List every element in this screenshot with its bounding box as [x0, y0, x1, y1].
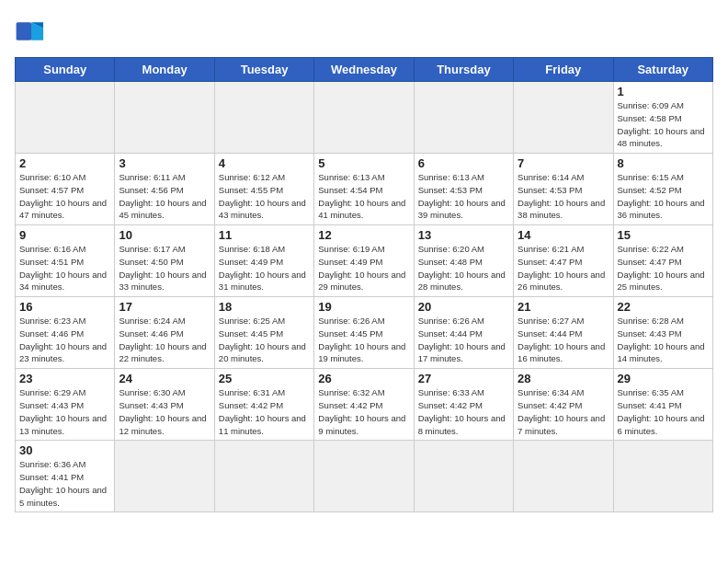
- calendar-cell: 16Sunrise: 6:23 AM Sunset: 4:46 PM Dayli…: [16, 297, 115, 369]
- day-number: 7: [518, 156, 609, 170]
- day-info: Sunrise: 6:11 AM Sunset: 4:56 PM Dayligh…: [119, 171, 210, 222]
- day-number: 16: [19, 300, 110, 314]
- day-number: 8: [618, 156, 709, 170]
- calendar-cell: 1Sunrise: 6:09 AM Sunset: 4:58 PM Daylig…: [613, 82, 712, 154]
- day-info: Sunrise: 6:10 AM Sunset: 4:57 PM Dayligh…: [19, 171, 110, 222]
- day-info: Sunrise: 6:18 AM Sunset: 4:49 PM Dayligh…: [219, 243, 310, 293]
- day-number: 10: [119, 228, 210, 242]
- day-number: 17: [119, 300, 210, 314]
- calendar-cell: 3Sunrise: 6:11 AM Sunset: 4:56 PM Daylig…: [115, 154, 214, 225]
- day-number: 5: [318, 156, 409, 170]
- day-number: 25: [219, 372, 310, 385]
- day-number: 22: [618, 300, 709, 314]
- calendar-cell: [314, 441, 414, 512]
- calendar-cell: [16, 82, 115, 154]
- day-info: Sunrise: 6:26 AM Sunset: 4:44 PM Dayligh…: [418, 315, 509, 365]
- calendar-cell: 15Sunrise: 6:22 AM Sunset: 4:47 PM Dayli…: [613, 225, 712, 297]
- day-info: Sunrise: 6:30 AM Sunset: 4:43 PM Dayligh…: [119, 386, 210, 437]
- day-info: Sunrise: 6:20 AM Sunset: 4:48 PM Dayligh…: [418, 243, 509, 293]
- day-info: Sunrise: 6:33 AM Sunset: 4:42 PM Dayligh…: [418, 386, 509, 437]
- day-info: Sunrise: 6:12 AM Sunset: 4:55 PM Dayligh…: [219, 171, 310, 222]
- calendar-cell: [514, 82, 613, 154]
- day-number: 11: [219, 228, 310, 242]
- calendar-cell: 12Sunrise: 6:19 AM Sunset: 4:49 PM Dayli…: [314, 225, 414, 297]
- calendar-week-row: 16Sunrise: 6:23 AM Sunset: 4:46 PM Dayli…: [16, 297, 713, 369]
- day-header-saturday: Saturday: [613, 58, 712, 82]
- calendar-body: 1Sunrise: 6:09 AM Sunset: 4:58 PM Daylig…: [16, 82, 713, 512]
- day-number: 29: [618, 372, 709, 385]
- calendar-cell: 24Sunrise: 6:30 AM Sunset: 4:43 PM Dayli…: [115, 369, 214, 441]
- day-info: Sunrise: 6:13 AM Sunset: 4:53 PM Dayligh…: [418, 171, 509, 222]
- calendar-week-row: 2Sunrise: 6:10 AM Sunset: 4:57 PM Daylig…: [16, 154, 713, 225]
- day-number: 21: [518, 300, 609, 314]
- day-number: 4: [219, 156, 310, 170]
- calendar-cell: 2Sunrise: 6:10 AM Sunset: 4:57 PM Daylig…: [16, 154, 115, 225]
- calendar-cell: [115, 82, 214, 154]
- day-header-monday: Monday: [115, 58, 214, 82]
- day-info: Sunrise: 6:25 AM Sunset: 4:45 PM Dayligh…: [219, 315, 310, 365]
- calendar-cell: [613, 441, 712, 512]
- calendar-week-row: 9Sunrise: 6:16 AM Sunset: 4:51 PM Daylig…: [16, 225, 713, 297]
- calendar-week-row: 30Sunrise: 6:36 AM Sunset: 4:41 PM Dayli…: [16, 441, 713, 512]
- day-header-wednesday: Wednesday: [314, 58, 414, 82]
- calendar-cell: 23Sunrise: 6:29 AM Sunset: 4:43 PM Dayli…: [16, 369, 115, 441]
- day-number: 26: [318, 372, 409, 385]
- header: [15, 15, 713, 48]
- day-info: Sunrise: 6:09 AM Sunset: 4:58 PM Dayligh…: [618, 99, 709, 150]
- generalblue-logo-icon: [15, 15, 48, 48]
- day-number: 30: [19, 443, 110, 457]
- calendar-cell: 22Sunrise: 6:28 AM Sunset: 4:43 PM Dayli…: [613, 297, 712, 369]
- day-number: 20: [418, 300, 509, 314]
- calendar-cell: 21Sunrise: 6:27 AM Sunset: 4:44 PM Dayli…: [514, 297, 613, 369]
- day-info: Sunrise: 6:24 AM Sunset: 4:46 PM Dayligh…: [119, 315, 210, 365]
- day-number: 27: [418, 372, 509, 385]
- calendar-cell: 8Sunrise: 6:15 AM Sunset: 4:52 PM Daylig…: [613, 154, 712, 225]
- day-info: Sunrise: 6:35 AM Sunset: 4:41 PM Dayligh…: [618, 386, 709, 437]
- calendar-cell: 11Sunrise: 6:18 AM Sunset: 4:49 PM Dayli…: [214, 225, 313, 297]
- day-number: 14: [518, 228, 609, 242]
- calendar-week-row: 1Sunrise: 6:09 AM Sunset: 4:58 PM Daylig…: [16, 82, 713, 154]
- day-info: Sunrise: 6:21 AM Sunset: 4:47 PM Dayligh…: [518, 243, 609, 293]
- day-header-tuesday: Tuesday: [214, 58, 313, 82]
- calendar-cell: 20Sunrise: 6:26 AM Sunset: 4:44 PM Dayli…: [414, 297, 513, 369]
- calendar-cell: [214, 441, 313, 512]
- calendar-cell: 19Sunrise: 6:26 AM Sunset: 4:45 PM Dayli…: [314, 297, 414, 369]
- day-header-sunday: Sunday: [16, 58, 115, 82]
- day-info: Sunrise: 6:28 AM Sunset: 4:43 PM Dayligh…: [618, 315, 709, 365]
- calendar-cell: 14Sunrise: 6:21 AM Sunset: 4:47 PM Dayli…: [514, 225, 613, 297]
- day-number: 28: [518, 372, 609, 385]
- calendar-cell: [414, 441, 513, 512]
- calendar-cell: 18Sunrise: 6:25 AM Sunset: 4:45 PM Dayli…: [214, 297, 313, 369]
- calendar-cell: 27Sunrise: 6:33 AM Sunset: 4:42 PM Dayli…: [414, 369, 513, 441]
- calendar-week-row: 23Sunrise: 6:29 AM Sunset: 4:43 PM Dayli…: [16, 369, 713, 441]
- day-info: Sunrise: 6:14 AM Sunset: 4:53 PM Dayligh…: [518, 171, 609, 222]
- day-info: Sunrise: 6:15 AM Sunset: 4:52 PM Dayligh…: [618, 171, 709, 222]
- calendar-cell: 9Sunrise: 6:16 AM Sunset: 4:51 PM Daylig…: [16, 225, 115, 297]
- day-number: 6: [418, 156, 509, 170]
- day-number: 13: [418, 228, 509, 242]
- day-number: 1: [618, 85, 709, 98]
- day-number: 12: [318, 228, 409, 242]
- day-number: 15: [618, 228, 709, 242]
- day-number: 9: [19, 228, 110, 242]
- calendar-cell: [314, 82, 414, 154]
- day-info: Sunrise: 6:26 AM Sunset: 4:45 PM Dayligh…: [318, 315, 409, 365]
- calendar-cell: 4Sunrise: 6:12 AM Sunset: 4:55 PM Daylig…: [214, 154, 313, 225]
- calendar-cell: 10Sunrise: 6:17 AM Sunset: 4:50 PM Dayli…: [115, 225, 214, 297]
- day-info: Sunrise: 6:32 AM Sunset: 4:42 PM Dayligh…: [318, 386, 409, 437]
- day-number: 19: [318, 300, 409, 314]
- calendar-table: SundayMondayTuesdayWednesdayThursdayFrid…: [15, 57, 713, 512]
- calendar-cell: 28Sunrise: 6:34 AM Sunset: 4:42 PM Dayli…: [514, 369, 613, 441]
- calendar-cell: 26Sunrise: 6:32 AM Sunset: 4:42 PM Dayli…: [314, 369, 414, 441]
- day-header-thursday: Thursday: [414, 58, 513, 82]
- day-number: 3: [119, 156, 210, 170]
- calendar-cell: 7Sunrise: 6:14 AM Sunset: 4:53 PM Daylig…: [514, 154, 613, 225]
- calendar-cell: 30Sunrise: 6:36 AM Sunset: 4:41 PM Dayli…: [16, 441, 115, 512]
- day-info: Sunrise: 6:17 AM Sunset: 4:50 PM Dayligh…: [119, 243, 210, 293]
- day-number: 2: [19, 156, 110, 170]
- day-info: Sunrise: 6:19 AM Sunset: 4:49 PM Dayligh…: [318, 243, 409, 293]
- day-info: Sunrise: 6:29 AM Sunset: 4:43 PM Dayligh…: [19, 386, 110, 437]
- day-header-friday: Friday: [514, 58, 613, 82]
- calendar-cell: [514, 441, 613, 512]
- calendar-cell: 17Sunrise: 6:24 AM Sunset: 4:46 PM Dayli…: [115, 297, 214, 369]
